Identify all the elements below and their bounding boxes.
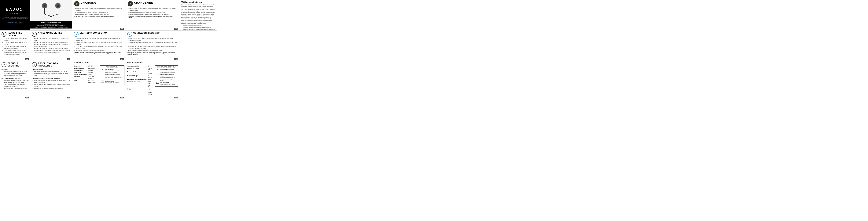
resolution-no-response-list: Assurez-vous que l'appareil Bluetooth so… — [32, 80, 70, 90]
hands-free-lang: EN — [25, 58, 29, 60]
fcc-panel: FCC Warning Statement Changes or modific… — [179, 0, 217, 30]
appel-title: APPEL MAINS LIBRES — [38, 32, 62, 34]
charging-step-2: Charge the device until the red LED indi… — [76, 11, 124, 13]
spec-label-distance: Working Distance: — [73, 67, 88, 69]
connexion-note-label: Remarque: — [127, 52, 134, 53]
middle-section: 📞 HANDS FREE CALLING Press the function … — [0, 30, 217, 61]
function-btn-label: Function Button — [105, 69, 123, 70]
fcc-right-panel — [179, 31, 217, 61]
spec-fr-row: Gamme de fréquences : 2.402 GHz – 2.48 G… — [127, 81, 153, 88]
trouble-no-power-title: No power — [2, 68, 29, 71]
function-fr-btn-label: Bouton de Fonctionnels — [160, 69, 177, 70]
specs-fr-lang-row: FR — [126, 96, 179, 99]
hands-free-steps: Press the function button to receive and… — [2, 37, 29, 55]
bt-connection-step-2: Turn on your device's Bluetooth. From th… — [76, 42, 124, 46]
appel-lang-row: FR — [30, 58, 72, 61]
fcc-bullet-3: Connect the equipment into an outlet on … — [183, 28, 215, 30]
function-fr-vol-desc: Appuyez sur les touches pour accéder à l… — [160, 76, 176, 81]
charging-section: ⚡ CHARGING Begin by connecting the provi… — [72, 0, 126, 30]
charging-header: ⚡ CHARGING — [72, 0, 126, 7]
product-title-box: Bluetooth® Stereo Earbuds Ecouteurs Blue… — [30, 21, 72, 28]
spec-value-profile: HSP / HFP / A2DP/ AVRCP — [88, 79, 97, 83]
connexion-body: Allumez le casque. Casque entrera automa… — [126, 37, 179, 58]
spec-fr-value-freq: 2.402 GHz – 2.48 GHz — [148, 81, 153, 88]
spec-fr-label-playback: Temps de Lecture: — [127, 71, 148, 75]
trouble-lang: EN — [25, 97, 29, 99]
product-warning: IMPORTANT: PLEASE READ BEFORE USING THIS… — [32, 25, 70, 26]
function-usb-text: Micro USB Port Used to charge the earbud… — [105, 81, 119, 84]
spec-row: Profile: HSP / HFP / A2DP/ AVRCP — [73, 79, 97, 83]
spec-fr-row: Temps de Lecture: 5 Heures — [127, 71, 153, 75]
trouble-no-response-list: Ensure your Bluetooth device supports an… — [2, 80, 29, 90]
brand-small-text: MVMT products and accessories are produc… — [2, 16, 28, 21]
function-btn-icon: ● — [101, 69, 104, 71]
charging-step-3: Always disconnect the cable when chargin… — [76, 13, 124, 16]
connexion-step-4: Après chaque utilisation, n'oubliez pas … — [129, 49, 178, 52]
spec-fr-row: Profil: HSP / HFP / A2DP/ AVRCP — [127, 88, 153, 95]
fcc-logo: FCC — [14, 22, 18, 24]
chargement-header: ⚡ CHARGEMENT — [126, 0, 179, 7]
function-fr-vol-label: Panneau de commande — [160, 74, 177, 76]
trouble-no-power-list: Recharge your earbuds using the micro US… — [2, 71, 29, 77]
micro-usb-shape — [101, 81, 104, 82]
spec-row: Playback Time: 5 Hours — [73, 69, 97, 71]
bt-connection-steps: Power the earbuds on. The earbuds will a… — [73, 37, 124, 52]
product-warning-fr: IMPORTANT: VEUILLEZ LIRE CE MANUEL AVANT… — [32, 27, 70, 28]
spec-fr-label-freq: Gamme de fréquences : — [127, 81, 148, 88]
spec-row: Model No: BTH-07 — [73, 65, 97, 67]
bt-connection-title: Bluetooth® CONNECTION — [80, 32, 107, 34]
function-btn-text: Function Button Powers the earbuds on an… — [105, 69, 123, 73]
specs-fr-section: SPÉCIFICATIONS Numéro de modèle: BTH-07 … — [126, 61, 179, 99]
specs-left: Model No: BTH-07 Working Distance: Appro… — [72, 64, 99, 96]
function-btn-desc: Powers the earbuds on and off Answers an… — [105, 70, 120, 73]
hands-free-title: HANDS FREE CALLING — [8, 32, 29, 37]
brand-logos: Bluetooth® FCC CE ♻ — [7, 22, 24, 24]
appel-step-2: Appuyez sur la touche Appel deux fois po… — [34, 42, 70, 44]
specs-fr-inner: Numéro de modèle: BTH-07 Distance de Tra… — [126, 64, 179, 96]
bt-connection-icon: ʙ — [73, 32, 79, 37]
function-row-2: − + Volume and Track Control Long press … — [101, 74, 123, 80]
chargement-lang: FR — [174, 28, 178, 30]
specs-title: SPÉCIFICATIONS — [73, 62, 124, 64]
trouble-no-response-2: Check if both devices are paired and con… — [4, 84, 29, 88]
function-row-3: Micro USB Port Used to charge the earbud… — [101, 81, 123, 84]
function-vol-text: Volume and Track Control Long press to s… — [105, 74, 123, 80]
resolution-lang-row: FR — [30, 96, 72, 99]
trouble-section: ? TROUBLE SHOOTING No power Recharge you… — [0, 61, 30, 99]
function-panel-title: FUNCTION PANELS — [101, 66, 123, 68]
spec-fr-row: Temps de Charge: 2 Heures — [127, 75, 153, 79]
resolution-title: RÉSOLUTION DES PROBLÈMES — [38, 62, 70, 67]
resolution-section: ? RÉSOLUTION DES PROBLÈMES Pas de couran… — [30, 61, 72, 99]
spec-label-profile: Profile: — [73, 79, 88, 83]
resolution-no-response-1: Assurez-vous que l'appareil Bluetooth so… — [34, 80, 70, 84]
fcc-bottom-right — [179, 61, 217, 99]
chargement-step-2: Chargez l'appareil jusqu'à ce que l'indi… — [130, 11, 177, 13]
chargement-note-label: Remarque: — [128, 16, 135, 17]
specs-lang-row: EN — [72, 96, 126, 99]
function-fr-vol-icon: − + — [156, 74, 159, 75]
spec-row: Working Distance: Approx. 33ft — [73, 67, 97, 69]
function-usb-desc: Used to charge the earbuds — [105, 82, 119, 83]
chargement-lang-row: FR — [126, 27, 179, 30]
trouble-body: No power Recharge your earbuds using the… — [0, 67, 30, 96]
charging-note-label: Note: — [74, 16, 78, 17]
trouble-no-power-1: Recharge your earbuds using the micro US… — [4, 71, 29, 77]
chargement-title: CHARGEMENT — [134, 1, 155, 4]
spec-fr-label-model: Numéro de modèle: — [127, 65, 148, 67]
appel-phone-icon: 📞 — [32, 32, 37, 37]
spec-row: Speaker Output Power: 3 mW — [73, 73, 97, 76]
spec-fr-value-playback: 5 Heures — [148, 71, 153, 75]
connexion-steps: Allumez le casque. Casque entrera automa… — [127, 37, 178, 52]
specs-right: FUNCTION PANELS ● Function Button Powers… — [99, 64, 125, 96]
charging-title: CHARGING — [81, 1, 97, 4]
function-fr-row-2: − + Panneau de commande Appuyez sur les … — [156, 74, 177, 82]
trouble-title: TROUBLE SHOOTING — [8, 62, 29, 67]
spec-fr-value-power: 3 mW — [148, 79, 153, 81]
function-vol-desc: Long press to select next and last track… — [105, 76, 122, 80]
spec-label-charge: Charge Time: — [73, 71, 88, 73]
svg-rect-8 — [50, 16, 52, 17]
function-fr-row-3: Port Micro USB Utilisez pour charger le … — [156, 82, 177, 85]
hands-free-step-4: Press function button twice to use the r… — [4, 49, 29, 55]
fcc-title: FCC Warning Statement — [181, 1, 215, 3]
hands-free-lang-row: EN — [0, 58, 30, 61]
